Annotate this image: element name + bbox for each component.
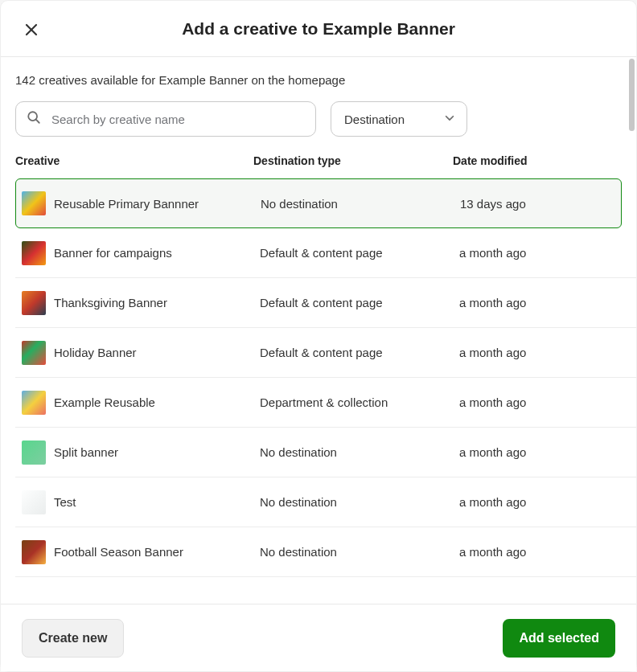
controls-row: Destination: [1, 101, 636, 137]
table-row[interactable]: Reusable Primary BannnerNo destination13…: [15, 178, 622, 228]
table-row[interactable]: TestNo destinationa month ago: [15, 477, 636, 527]
search-input[interactable]: [15, 101, 316, 137]
thumbnail-icon: [22, 440, 46, 465]
search-icon: [27, 110, 41, 128]
close-button[interactable]: [20, 18, 43, 41]
thumbnail-icon: [22, 490, 46, 514]
add-selected-button[interactable]: Add selected: [503, 619, 615, 658]
col-header-destination: Destination type: [253, 154, 453, 167]
creative-name: Banner for campaigns: [54, 246, 172, 260]
cell-destination: Default & content page: [260, 296, 459, 309]
modal: Add a creative to Example Banner 142 cre…: [0, 0, 637, 672]
modal-title: Add a creative to Example Banner: [1, 19, 636, 39]
creative-name: Split banner: [54, 445, 118, 459]
table-row[interactable]: Football Season BannerNo destinationa mo…: [15, 527, 636, 577]
cell-date: a month ago: [459, 296, 630, 309]
subtitle: 142 creatives available for Example Bann…: [1, 73, 636, 87]
modal-footer: Create new Add selected: [1, 604, 636, 671]
thumbnail-icon: [22, 291, 46, 315]
thumbnail-icon: [22, 341, 46, 365]
cell-creative: Split banner: [22, 440, 260, 465]
cell-creative: Thanksgiving Banner: [22, 291, 260, 315]
cell-date: a month ago: [459, 445, 630, 459]
close-icon: [24, 23, 39, 37]
thumbnail-icon: [22, 391, 46, 415]
modal-header: Add a creative to Example Banner: [1, 1, 636, 57]
cell-creative: Test: [22, 490, 260, 514]
table-header: Creative Destination type Date modified: [1, 154, 636, 167]
table-row[interactable]: Holiday BannerDefault & content pagea mo…: [15, 328, 636, 378]
cell-destination: No destination: [261, 197, 460, 211]
col-header-creative: Creative: [15, 154, 253, 167]
table-row[interactable]: Banner for campaignsDefault & content pa…: [15, 228, 636, 278]
cell-date: a month ago: [459, 395, 630, 409]
table-rows: Reusable Primary BannnerNo destination13…: [1, 178, 636, 577]
cell-destination: Department & collection: [260, 395, 459, 409]
modal-body: 142 creatives available for Example Bann…: [1, 57, 636, 604]
search-wrapper: [15, 101, 316, 137]
destination-select[interactable]: Destination: [331, 101, 467, 137]
creative-name: Reusable Primary Bannner: [54, 197, 199, 211]
creative-name: Thanksgiving Banner: [54, 296, 167, 309]
creative-name: Holiday Banner: [54, 346, 137, 359]
cell-creative: Holiday Banner: [22, 341, 260, 365]
cell-destination: No destination: [260, 545, 459, 559]
thumbnail-icon: [22, 191, 46, 215]
create-new-button[interactable]: Create new: [22, 619, 124, 658]
cell-destination: No destination: [260, 445, 459, 459]
scrollbar[interactable]: [629, 59, 635, 131]
thumbnail-icon: [22, 241, 46, 265]
cell-date: a month ago: [459, 346, 630, 359]
creative-name: Football Season Banner: [54, 545, 183, 559]
table-row[interactable]: Thanksgiving BannerDefault & content pag…: [15, 278, 636, 328]
destination-select-label: Destination: [344, 113, 405, 126]
svg-line-3: [36, 120, 39, 123]
col-header-date: Date modified: [453, 154, 622, 167]
cell-date: a month ago: [459, 545, 630, 559]
cell-creative: Banner for campaigns: [22, 241, 260, 265]
cell-date: 13 days ago: [460, 197, 615, 211]
chevron-down-icon: [444, 113, 455, 126]
cell-date: a month ago: [459, 246, 630, 260]
thumbnail-icon: [22, 540, 46, 564]
cell-destination: Default & content page: [260, 246, 459, 260]
cell-creative: Reusable Primary Bannner: [22, 191, 261, 215]
cell-destination: Default & content page: [260, 346, 459, 359]
cell-date: a month ago: [459, 495, 630, 509]
creative-name: Example Reusable: [54, 395, 155, 409]
cell-creative: Football Season Banner: [22, 540, 260, 564]
cell-destination: No destination: [260, 495, 459, 509]
creative-name: Test: [54, 495, 76, 509]
cell-creative: Example Reusable: [22, 391, 260, 415]
table-row[interactable]: Split bannerNo destinationa month ago: [15, 428, 636, 477]
table-row[interactable]: Example ReusableDepartment & collectiona…: [15, 378, 636, 428]
